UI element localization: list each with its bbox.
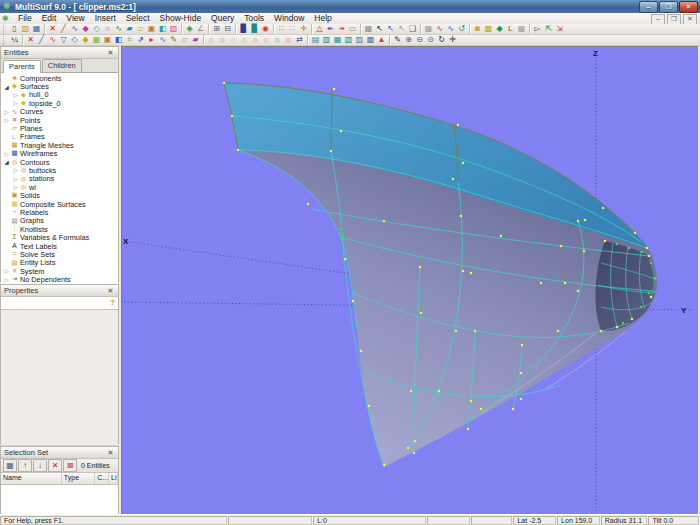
rel-solid-icon[interactable]: ▣ (102, 35, 113, 45)
menu-file[interactable]: File (13, 13, 37, 24)
snake-icon[interactable]: ∿ (113, 24, 124, 34)
frame-axes-icon[interactable]: L (505, 24, 516, 34)
pencil-icon[interactable]: ✎ (392, 35, 403, 45)
pick-entity-icon[interactable]: ⇱ (543, 24, 554, 34)
restore-button[interactable]: ❐ (659, 1, 678, 13)
label-tag-icon[interactable]: ▭ (347, 24, 358, 34)
menu-query[interactable]: Query (206, 13, 239, 24)
column-header-c[interactable]: C... (95, 473, 109, 484)
properties-close-icon[interactable]: ✕ (106, 286, 115, 295)
menu-insert[interactable]: Insert (90, 13, 121, 24)
mesh-icon[interactable]: ◧ (157, 24, 168, 34)
rel-surface-icon[interactable]: ▦ (91, 35, 102, 45)
properties-panel-header[interactable]: Properties ✕ (1, 285, 118, 297)
magnet-icon[interactable]: ◇ (91, 24, 102, 34)
tree-collapsed-icon[interactable]: ▷ (3, 268, 10, 274)
rel-pen-icon[interactable]: ✎ (168, 35, 179, 45)
green-diamond-icon[interactable]: ◆ (494, 24, 505, 34)
tree-collapsed-icon[interactable]: ▷ (3, 117, 10, 123)
tree-collapsed-icon[interactable]: ▷ (12, 176, 19, 182)
properties-help-icon[interactable]: ? (107, 298, 118, 308)
tree-collapsed-icon[interactable]: ▷ (3, 109, 10, 115)
tree-collapsed-icon[interactable]: ▷ (3, 151, 10, 157)
grid-dots-icon[interactable]: ∷ (276, 24, 287, 34)
curve-icon[interactable]: ∿ (69, 24, 80, 34)
quarter-points-icon[interactable]: ¼ (9, 35, 20, 45)
tree-collapsed-icon[interactable]: ▷ (12, 92, 19, 98)
hide-all-icon[interactable]: ☼ (217, 35, 228, 45)
show-all-icon[interactable]: ☼ (206, 35, 217, 45)
menu-view[interactable]: View (61, 13, 89, 24)
window-red-icon[interactable]: ◉ (260, 24, 271, 34)
bulb-curve-icon[interactable]: ☼ (250, 35, 261, 45)
tree-item-no-dependents[interactable]: ▷⇥No Dependents (1, 275, 118, 283)
menu-tools[interactable]: Tools (239, 13, 269, 24)
save-icon[interactable]: ▦ (31, 24, 42, 34)
rel-arrow-icon[interactable]: ⇗ (135, 35, 146, 45)
bulb-minus-icon[interactable]: ☼ (283, 35, 294, 45)
ring-icon[interactable]: ○ (102, 24, 113, 34)
shade-full-icon[interactable]: ▦ (332, 35, 343, 45)
window-teal-icon[interactable]: ▉ (249, 24, 260, 34)
tree-item-stations[interactable]: ▷◎stations (1, 175, 118, 183)
shade-hatch-icon[interactable]: ▧ (343, 35, 354, 45)
bulb-swap-icon[interactable]: ⇄ (294, 35, 305, 45)
rel-mesh-icon[interactable]: ◧ (113, 35, 124, 45)
callout-icon[interactable]: ❑ (407, 24, 418, 34)
line-icon[interactable]: ╱ (58, 24, 69, 34)
pointer-icon[interactable]: ▻ (532, 24, 543, 34)
shade-tri-icon[interactable]: ▲ (376, 35, 387, 45)
grid-dots2-icon[interactable]: ∷ (287, 24, 298, 34)
move-down-icon[interactable]: ↓ (33, 459, 47, 472)
tree-collapsed-icon[interactable]: ▷ (12, 184, 19, 190)
shade-solid-icon[interactable]: ▤ (310, 35, 321, 45)
shade-cross-icon[interactable]: ▨ (354, 35, 365, 45)
tree-collapsed-icon[interactable]: ▷ (12, 167, 19, 173)
rel-marker-icon[interactable]: ▸ (146, 35, 157, 45)
tree-item-contours[interactable]: ◢◎Contours (1, 158, 118, 166)
column-header-li[interactable]: Li (109, 473, 118, 484)
insert-entity-icon[interactable]: ◙ (472, 24, 483, 34)
rel-stamp-icon[interactable]: ▰ (190, 35, 201, 45)
tree-expanded-icon[interactable]: ◢ (3, 84, 10, 90)
wireframe-view-icon[interactable]: ⊟ (222, 24, 233, 34)
move-up-icon[interactable]: ↑ (18, 459, 32, 472)
toolbar-drag-handle[interactable] (3, 36, 6, 45)
pan-icon[interactable]: ✛ (447, 35, 458, 45)
patch-icon[interactable]: ▱ (135, 24, 146, 34)
bulb-add-icon[interactable]: ☼ (272, 35, 283, 45)
menu-show-hide[interactable]: Show-Hide (155, 13, 207, 24)
properties-input[interactable] (1, 298, 107, 308)
triangle-icon[interactable]: △ (314, 24, 325, 34)
tab-parents[interactable]: Parents (3, 60, 41, 73)
rel-copy-icon[interactable]: ▱ (179, 35, 190, 45)
select-sub-cursor-icon[interactable]: ↖ (396, 24, 407, 34)
transom-surface[interactable] (595, 241, 655, 331)
bulb-surface-icon[interactable]: ☼ (261, 35, 272, 45)
pick-point-icon[interactable]: ⇲ (554, 24, 565, 34)
bead-icon[interactable]: ◆ (80, 24, 91, 34)
rel-wave-icon[interactable]: ∿ (157, 35, 168, 45)
remove-item-icon[interactable]: ✕ (48, 459, 62, 472)
tree-collapsed-icon[interactable]: ▷ (12, 100, 19, 106)
shade-mesh-icon[interactable]: ▥ (321, 35, 332, 45)
selection-panel-header[interactable]: Selection Set ✕ (1, 447, 118, 459)
tree-item-surfaces[interactable]: ◢◆Surfaces (1, 82, 118, 90)
shade-dense-icon[interactable]: ▩ (365, 35, 376, 45)
point-icon[interactable]: ✕ (47, 24, 58, 34)
rel-grid-icon[interactable]: ⌗ (124, 35, 135, 45)
tree-collapsed-icon[interactable]: ▷ (3, 277, 10, 283)
edit-curve-blue-icon[interactable]: ∿ (445, 24, 456, 34)
arrow-left-icon[interactable]: ↞ (325, 24, 336, 34)
gray-grid-icon[interactable]: ▦ (516, 24, 527, 34)
minimize-button[interactable]: – (639, 1, 658, 13)
grid-cross-icon[interactable]: ✛ (298, 24, 309, 34)
tree-expanded-icon[interactable]: ◢ (3, 159, 10, 165)
menu-select[interactable]: Select (121, 13, 155, 24)
zoom-out-icon[interactable]: ⊖ (414, 35, 425, 45)
edit-loop-icon[interactable]: ↺ (456, 24, 467, 34)
new-file-icon[interactable]: ▯ (9, 24, 20, 34)
tree-item-buttocks[interactable]: ▷◎buttocks (1, 166, 118, 174)
columns-icon[interactable]: ▦ (3, 459, 17, 472)
entities-close-icon[interactable]: ✕ (106, 48, 115, 57)
